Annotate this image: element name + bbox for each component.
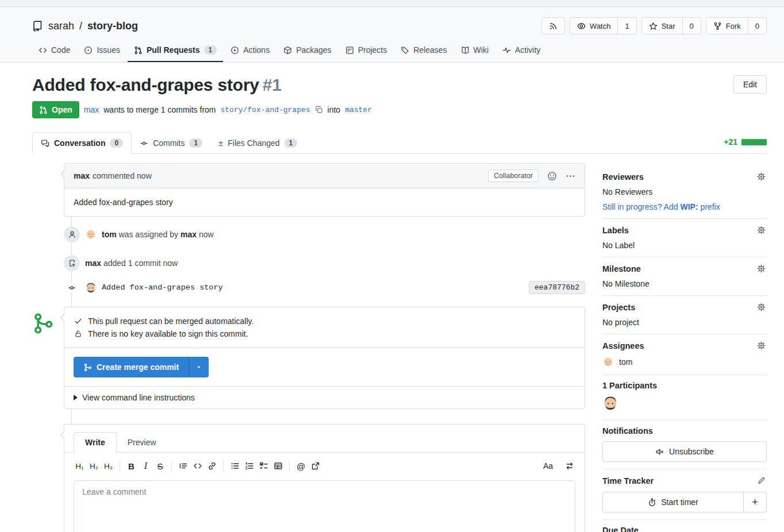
pr-meta-row: Open max wants to merge 1 commits from s… (32, 101, 767, 118)
rss-button[interactable] (541, 17, 565, 34)
reviewers-settings-button[interactable] (756, 171, 767, 182)
time-tracker-edit-button[interactable] (756, 475, 767, 486)
tab-preview[interactable]: Preview (117, 432, 167, 452)
create-merge-commit-button[interactable]: Create merge commit (74, 357, 189, 377)
bold-button[interactable]: B (124, 458, 139, 473)
comment-editor: Write Preview H₁ H₂ H₃ B I S (64, 424, 585, 532)
assignee-name[interactable]: tom (102, 230, 117, 239)
stopwatch-icon (648, 498, 656, 507)
heading2-button[interactable]: H₂ (87, 458, 101, 473)
global-navbar-cutoff (0, 0, 784, 7)
heading3-button[interactable]: H₃ (101, 458, 116, 473)
copy-branch-icon[interactable] (315, 106, 323, 114)
actor-name[interactable]: max (85, 259, 101, 268)
repo-owner-link[interactable]: sarah (48, 20, 74, 32)
assignee-tom[interactable]: tom (602, 356, 767, 368)
git-merge-icon (32, 313, 54, 334)
heading1-button[interactable]: H₁ (72, 458, 87, 473)
milestone-settings-button[interactable] (756, 263, 767, 274)
star-button[interactable]: Star (642, 18, 682, 34)
diff-icon: ± (218, 138, 223, 148)
task-list-button[interactable] (256, 458, 271, 473)
comment-input[interactable] (74, 480, 575, 532)
wip-prefix-link[interactable]: Still in progress? Add WIP: prefix (602, 202, 767, 211)
toolbar-divider (120, 461, 120, 471)
repo-name-link[interactable]: story-blog (87, 20, 138, 32)
participant-avatar-max[interactable] (602, 395, 618, 411)
commit-sha-chip[interactable]: eea78776b2 (529, 281, 585, 294)
head-branch-link[interactable]: story/fox-and-grapes (221, 106, 310, 114)
kebab-icon (566, 171, 575, 181)
quote-button[interactable] (176, 458, 190, 473)
labels-settings-button[interactable] (756, 225, 767, 236)
commit-icon (64, 283, 80, 292)
repo-header: sarah / story-blog (0, 7, 784, 63)
italic-button[interactable]: I (139, 458, 153, 473)
pull-request-icon (39, 106, 48, 114)
text-size-button[interactable]: Aa (541, 458, 555, 473)
tab-issues[interactable]: Issues (78, 40, 126, 62)
star-count[interactable]: 0 (682, 18, 701, 34)
due-date-section: Due Date (602, 519, 767, 532)
comment-menu-button[interactable] (566, 171, 575, 181)
tab-projects[interactable]: Projects (339, 40, 394, 62)
tab-conversation[interactable]: Conversation 0 (32, 132, 132, 154)
watch-count[interactable]: 1 (617, 18, 636, 34)
tab-packages[interactable]: Packages (277, 40, 337, 62)
cli-instructions-toggle[interactable]: View command line instructions (64, 387, 585, 408)
commit-message-link[interactable]: Added fox-and-grapes story (102, 283, 524, 292)
numbered-list-button[interactable] (242, 458, 256, 473)
tab-wiki[interactable]: Wiki (455, 40, 495, 62)
merge-options-dropdown[interactable] (189, 357, 209, 377)
tab-write[interactable]: Write (74, 432, 117, 453)
fork-count[interactable]: 0 (748, 18, 766, 34)
tab-code[interactable]: Code (32, 40, 76, 62)
add-reaction-button[interactable] (547, 171, 557, 181)
mention-button[interactable]: @ (294, 458, 308, 473)
tab-pull-requests[interactable]: Pull Requests 1 (128, 40, 223, 62)
play-circle-icon (230, 46, 239, 55)
toolbar-divider (289, 461, 290, 471)
base-branch-link[interactable]: master (345, 106, 372, 114)
pr-into-text: into (328, 105, 341, 114)
tab-releases[interactable]: Releases (394, 40, 453, 62)
pull-request-page: sarah / story-blog (0, 0, 784, 532)
watch-button[interactable]: Watch (570, 18, 617, 34)
diff-bar (741, 139, 767, 145)
package-icon (283, 46, 292, 55)
avatar-tom[interactable] (85, 229, 97, 240)
comment-author[interactable]: max (74, 171, 90, 180)
edit-title-button[interactable]: Edit (733, 75, 767, 94)
tab-label: Actions (243, 45, 270, 55)
fork-button[interactable]: Fork (706, 18, 748, 34)
bullet-list-button[interactable] (228, 458, 242, 473)
table-button[interactable] (271, 458, 285, 473)
issue-icon (84, 46, 93, 55)
switch-editor-button[interactable] (562, 458, 577, 473)
check-icon (74, 317, 83, 325)
tab-files-changed[interactable]: ± Files Changed 1 (210, 132, 305, 153)
tab-commits[interactable]: Commits 1 (132, 133, 210, 153)
strikethrough-button[interactable]: S (153, 458, 167, 473)
repo-actions: Watch 1 Star 0 (541, 17, 767, 34)
projects-settings-button[interactable] (756, 302, 767, 313)
pr-merge-text: wants to merge 1 commits from (103, 105, 216, 114)
unsubscribe-button[interactable]: Unsubscribe (602, 441, 767, 462)
add-time-button[interactable]: + (744, 492, 767, 512)
tab-activity[interactable]: Activity (496, 40, 547, 62)
pr-author-link[interactable]: max (84, 105, 99, 114)
code-button[interactable] (190, 458, 205, 473)
comment-body: Added fox-and-grapes story (64, 188, 585, 216)
labels-section: Labels No Label (602, 218, 767, 257)
actor-name[interactable]: max (180, 230, 197, 239)
code-icon (39, 46, 47, 55)
avatar-max[interactable] (85, 282, 97, 294)
reference-button[interactable] (308, 458, 322, 473)
comment-meta: commented now (93, 171, 152, 180)
assignees-settings-button[interactable] (756, 340, 767, 351)
start-timer-button[interactable]: Start timer (602, 492, 744, 512)
tab-actions[interactable]: Actions (224, 40, 276, 62)
link-button[interactable] (205, 458, 219, 473)
mergeable-text: This pull request can be merged automati… (88, 317, 253, 326)
commit-icon (140, 139, 148, 148)
